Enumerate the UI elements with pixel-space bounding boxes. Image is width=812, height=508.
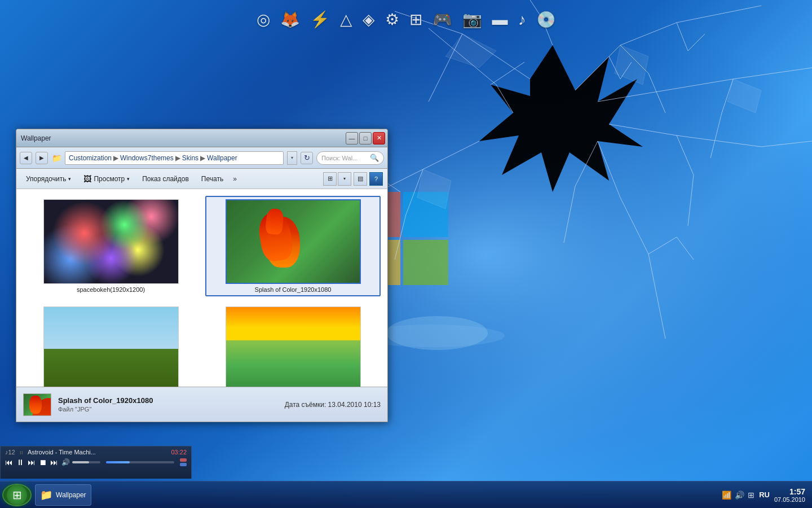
language-indicator[interactable]: RU <box>759 491 770 499</box>
svg-marker-5 <box>615 45 648 85</box>
thumb-bokeh-img <box>44 200 178 283</box>
media-controls: ⏮ ⏸ ⏭ ⏹ ⏭ 🔊 <box>5 458 187 467</box>
close-button[interactable]: ✕ <box>373 132 385 144</box>
thumb-parrot-img <box>227 200 360 283</box>
media-track-num: ♪12 <box>5 449 15 456</box>
clock-area[interactable]: 1:57 07.05.2010 <box>774 487 805 503</box>
file-item-bokeh[interactable]: spacebokeh(1920x1200) <box>23 196 198 296</box>
organize-label: Упорядочить <box>26 175 66 183</box>
media-btn-extra-2[interactable] <box>180 463 187 466</box>
next-button[interactable]: ⏭ <box>28 458 36 467</box>
dock-icon-1[interactable]: 🦊 <box>280 10 300 29</box>
forward-button[interactable]: ▶ <box>36 152 48 164</box>
status-filename: Splash of Color_1920x1080 <box>58 396 153 405</box>
dock-icon-7[interactable]: 🎮 <box>433 10 452 29</box>
view-dropdown-button[interactable]: ▾ <box>338 172 351 186</box>
taskbar: ⊞ 📁 Wallpaper 📶 🔊 ⊞ RU 1:57 07.05.2010 <box>0 481 812 508</box>
help-button[interactable]: ? <box>369 172 383 186</box>
address-path[interactable]: Customization ▶ Windows7themes ▶ Skins ▶… <box>65 151 284 165</box>
view-label: Просмотр <box>94 175 125 183</box>
search-box[interactable]: Поиск: Wal... 🔍 <box>316 151 384 165</box>
view-buttons: ⊞ ▾ <box>323 172 351 186</box>
taskbar-right: 📶 🔊 ⊞ RU 1:57 07.05.2010 <box>722 487 810 503</box>
windows-orb-icon: ⊞ <box>12 488 22 502</box>
path-windows7themes[interactable]: Windows7themes <box>120 154 174 162</box>
folder-icon[interactable]: 📁 <box>51 152 61 164</box>
path-wallpaper[interactable]: Wallpaper <box>207 154 237 162</box>
file-thumbnail-summer <box>43 306 179 387</box>
tray-icons: 📶 🔊 ⊞ <box>722 491 754 500</box>
svg-point-1 <box>386 316 488 350</box>
explorer-window: Wallpaper — □ ✕ ◀ ▶ 📁 Customization ▶ Wi… <box>16 129 388 422</box>
dock-icon-10[interactable]: ♪ <box>518 11 526 29</box>
status-info: Splash of Color_1920x1080 Файл "JPG" <box>58 396 153 413</box>
media-progress-bar[interactable] <box>106 461 174 463</box>
svg-marker-4 <box>445 34 496 68</box>
file-name-parrot: Splash of Color_1920x1080 <box>255 286 332 293</box>
volume-control: 🔊 <box>61 458 100 466</box>
refresh-button[interactable]: ↻ <box>301 152 313 164</box>
file-item-sunflowers[interactable]: sunflowers_by_skize <box>205 303 381 387</box>
file-item-summer[interactable]: SummerWallpaper_1920X1200_By_Emats_Delta… <box>23 303 198 387</box>
clock-date: 07.05.2010 <box>774 496 805 503</box>
print-button[interactable]: Печать <box>196 172 228 186</box>
window-status-bar: Splash of Color_1920x1080 Файл "JPG" Дат… <box>16 387 387 422</box>
search-icon[interactable]: 🔍 <box>370 154 379 162</box>
tray-network-icon[interactable]: 📶 <box>722 491 731 500</box>
start-button-inner: ⊞ <box>7 485 27 505</box>
path-dropdown[interactable]: ▾ <box>287 151 297 165</box>
thumb-summer-img <box>44 307 178 387</box>
media-extra-controls <box>180 458 187 466</box>
dock-icon-6[interactable]: ⊞ <box>409 10 422 29</box>
dock-icon-4[interactable]: ◈ <box>363 10 375 29</box>
tray-volume-icon[interactable]: 🔊 <box>735 491 744 500</box>
play-pause-button[interactable]: ⏸ <box>16 458 24 467</box>
path-customization[interactable]: Customization <box>69 154 112 162</box>
view-button[interactable]: 🖼 Просмотр ▾ <box>78 172 135 186</box>
details-view-button[interactable]: ▤ <box>354 172 367 186</box>
file-thumbnail-sunflowers <box>226 306 361 387</box>
maximize-button[interactable]: □ <box>359 132 372 144</box>
taskbar-item-wallpaper[interactable]: 📁 Wallpaper <box>35 484 91 506</box>
slideshow-button[interactable]: Показ слайдов <box>137 172 194 186</box>
organize-button[interactable]: Упорядочить ▾ <box>21 172 76 186</box>
file-grid: spacebokeh(1920x1200) Splash of Color_19… <box>16 189 387 387</box>
dock-icon-2[interactable]: ⚡ <box>310 10 330 29</box>
dock-icon-5[interactable]: ⚙ <box>385 10 399 29</box>
file-grid-scroll[interactable]: spacebokeh(1920x1200) Splash of Color_19… <box>16 189 387 387</box>
desktop-background: ◎ 🦊 ⚡ △ ◈ ⚙ ⊞ 🎮 📷 ▬ ♪ 💿 Wallpaper — □ ✕ … <box>0 0 812 508</box>
thumb-sunflowers-img <box>226 307 360 387</box>
stop-button[interactable]: ⏹ <box>39 458 47 467</box>
window-controls: — □ ✕ <box>346 132 385 144</box>
toolbar: Упорядочить ▾ 🖼 Просмотр ▾ Показ слайдов… <box>16 169 387 189</box>
back-button[interactable]: ◀ <box>20 152 32 164</box>
status-thumbnail <box>23 393 51 416</box>
media-btn-extra-1[interactable] <box>180 458 187 462</box>
tray-system-icon[interactable]: ⊞ <box>748 491 754 500</box>
path-skins[interactable]: Skins <box>182 154 198 162</box>
dock-icon-0[interactable]: ◎ <box>257 10 270 29</box>
dock-icon-8[interactable]: 📷 <box>462 10 482 29</box>
prev-button[interactable]: ⏮ <box>5 458 13 467</box>
status-date: Дата съёмки: 13.04.2010 10:13 <box>285 401 381 409</box>
media-progress-fill <box>106 461 130 463</box>
more-button[interactable]: » <box>231 175 239 183</box>
organize-dropdown-icon: ▾ <box>68 176 71 182</box>
minimize-button[interactable]: — <box>346 132 358 144</box>
thumbnail-view-button[interactable]: ⊞ <box>323 172 337 186</box>
status-thumb-img <box>24 394 51 415</box>
media-player: ♪12 ıı Astrovoid - Time Machi... 03:22 ⏮… <box>0 446 192 479</box>
end-button[interactable]: ⏭ <box>50 458 58 467</box>
start-button[interactable]: ⊞ <box>2 484 32 506</box>
volume-icon[interactable]: 🔊 <box>61 458 70 466</box>
dock-icon-3[interactable]: △ <box>340 10 352 29</box>
file-area-wrapper: spacebokeh(1920x1200) Splash of Color_19… <box>16 189 387 387</box>
status-filetype: Файл "JPG" <box>58 406 153 413</box>
volume-slider[interactable] <box>72 461 100 463</box>
view-dropdown-icon: ▾ <box>127 176 130 182</box>
dock-icon-9[interactable]: ▬ <box>492 11 508 29</box>
file-item-parrot[interactable]: Splash of Color_1920x1080 <box>205 196 381 296</box>
dock-icon-11[interactable]: 💿 <box>536 10 556 29</box>
track-sep: ıı <box>20 449 23 456</box>
file-thumbnail-bokeh <box>43 199 179 284</box>
